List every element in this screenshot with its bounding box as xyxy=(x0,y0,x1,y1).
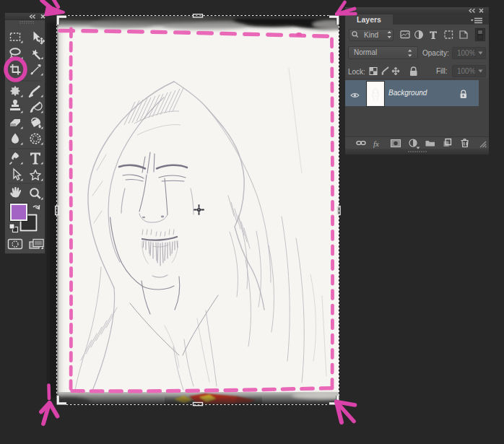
svg-text:fx: fx xyxy=(373,139,379,148)
